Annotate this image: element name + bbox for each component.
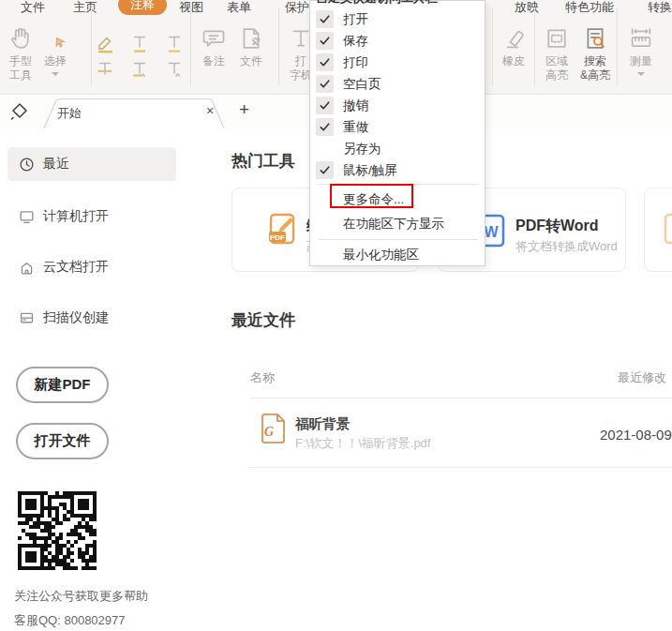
typewriter-label-1: 打 (295, 54, 306, 68)
check-icon (316, 53, 334, 71)
column-header-modified: 最近修改 (618, 369, 666, 386)
hot-tools-title: 热门工具 (231, 150, 295, 172)
menu-tab-home[interactable]: 主页 (73, 0, 97, 15)
sidebar-item-computer-label: 计算机打开 (43, 208, 109, 225)
insert-caret-icon[interactable] (163, 57, 186, 80)
menu-tab-features[interactable]: 特色功能 (565, 0, 614, 15)
menu-item-open[interactable]: 打开 (310, 8, 485, 30)
card-pdf-to-word-title: PDF转Word (515, 217, 599, 236)
squiggly-underline-icon[interactable] (128, 57, 151, 80)
underline-text-icon-2[interactable] (163, 32, 186, 54)
divider (190, 8, 191, 86)
annotation-red-rectangle (330, 184, 413, 208)
card-pdf-to-word-subtitle: 将文档转换成Word (515, 238, 618, 255)
file-path: F:\软文！！\福昕背景.pdf (295, 435, 430, 452)
column-header-name: 名称 (250, 369, 275, 386)
menu-item-undo[interactable]: 撤销 (310, 95, 485, 116)
new-tab-button[interactable]: + (239, 99, 249, 120)
menu-item-save-as[interactable]: 另存为 (310, 138, 485, 159)
monitor-icon (19, 209, 35, 225)
check-icon (316, 75, 334, 93)
eraser-icon (500, 23, 527, 54)
file-attach-tool-button[interactable]: 文件 (232, 23, 270, 68)
file-name: 福昕背景 (295, 415, 350, 433)
underline-text-icon[interactable] (128, 32, 151, 54)
select-cursor-icon (43, 23, 67, 54)
new-pdf-button[interactable]: 新建PDF (16, 367, 109, 403)
check-icon (316, 10, 334, 28)
sidebar-item-computer-open[interactable]: 计算机打开 (7, 200, 176, 233)
menu-tab-form[interactable]: 表单 (227, 0, 251, 15)
chevron-down-icon (52, 72, 59, 76)
open-file-button[interactable]: 打开文件 (16, 423, 109, 459)
chevron-down-icon (637, 72, 645, 76)
measure-label: 测量 (630, 54, 652, 68)
sidebar-item-scanner-label: 扫描仪创建 (43, 309, 109, 326)
area-highlight-label-2: 高亮 (545, 68, 568, 82)
recent-files-title: 最近文件 (231, 309, 295, 331)
menu-tab-file[interactable]: 文件 (21, 0, 45, 15)
note-tool-label: 备注 (202, 54, 225, 68)
menu-item-mouse-touch[interactable]: 鼠标/触屏 (310, 159, 485, 181)
open-file-button-label: 打开文件 (35, 432, 91, 450)
menu-item-redo[interactable]: 重做 (310, 116, 485, 138)
sidebar-item-scanner-create[interactable]: 扫描仪创建 (7, 301, 176, 335)
ruler-icon (628, 23, 654, 54)
note-tool-button[interactable]: 备注 (195, 23, 232, 68)
divider (319, 239, 478, 240)
check-icon (316, 161, 334, 179)
menu-tab-convert[interactable]: 转换 (648, 0, 672, 15)
measure-tool-button[interactable]: 测量 (620, 23, 662, 76)
eraser-label: 橡皮 (502, 54, 525, 68)
area-highlight-tool-button[interactable]: 区域 高亮 (537, 23, 576, 83)
svg-text:G: G (264, 425, 274, 439)
sidebar-item-recent-label: 最近 (43, 156, 69, 173)
menu-tab-protect[interactable]: 保护 (285, 0, 309, 15)
sidebar-item-cloud-label: 云文档打开 (43, 259, 109, 276)
search-highlight-tool-button[interactable]: 搜索 &高亮 (575, 23, 616, 83)
sidebar-item-cloud-open[interactable]: 云文档打开 (7, 250, 176, 284)
scanner-icon (19, 310, 35, 326)
cloud-doc-icon (19, 260, 35, 276)
edit-pdf-icon: PDF (265, 213, 299, 252)
divider (534, 8, 535, 86)
highlighter-icon[interactable] (94, 32, 116, 54)
strikethrough-text-icon[interactable] (94, 57, 116, 80)
card-clipped[interactable] (644, 188, 672, 272)
area-highlight-icon (544, 23, 570, 54)
select-tool-button[interactable]: 选择 (36, 23, 75, 76)
menu-item-save[interactable]: 保存 (310, 30, 485, 52)
new-pdf-button-label: 新建PDF (35, 376, 91, 394)
app-window: 文件 主页 注释 视图 表单 保护 放映 特色功能 转换 手型 工具 (0, 0, 672, 631)
quick-access-menu: 自定义快速访问工具栏 打开 保存 打印 空白页 撤销 (309, 0, 485, 266)
menu-item-blank-page[interactable]: 空白页 (310, 73, 485, 95)
pen-nib-icon[interactable] (8, 100, 31, 127)
menu-item-show-below-ribbon[interactable]: 在功能区下方显示 (310, 212, 485, 236)
search-highlight-label-1: 搜索 (584, 54, 606, 68)
divider (91, 8, 92, 86)
menu-item-minimize-ribbon[interactable]: 最小化功能区 (310, 243, 485, 267)
eraser-tool-button[interactable]: 橡皮 (495, 23, 532, 68)
hand-tool-label-1: 手型 (9, 54, 32, 68)
check-icon (316, 118, 334, 136)
svg-text:W: W (484, 224, 499, 240)
menu-tab-view[interactable]: 视图 (179, 0, 203, 15)
quick-access-menu-title: 自定义快速访问工具栏 (316, 0, 466, 5)
pdf-file-icon: G (261, 413, 286, 447)
search-highlight-icon (582, 23, 608, 54)
tab-close-icon[interactable]: × (206, 103, 214, 118)
sidebar-item-recent[interactable]: 最近 (7, 147, 176, 181)
file-modified-date: 2021-08-09 (600, 427, 672, 443)
menu-item-print[interactable]: 打印 (310, 52, 485, 73)
menu-tab-slideshow[interactable]: 放映 (515, 0, 539, 15)
tab-start-label: 开始 (57, 105, 82, 122)
clock-icon (19, 157, 35, 173)
check-icon (316, 32, 334, 50)
qr-caption: 关注公众号获取更多帮助 (14, 588, 148, 605)
qr-code (16, 489, 98, 572)
menu-tab-comment-active[interactable]: 注释 (118, 0, 167, 15)
tab-start[interactable]: 开始 × (42, 98, 226, 128)
divider (278, 8, 279, 86)
search-highlight-label-2: &高亮 (580, 68, 610, 82)
svg-text:PDF: PDF (270, 233, 285, 242)
